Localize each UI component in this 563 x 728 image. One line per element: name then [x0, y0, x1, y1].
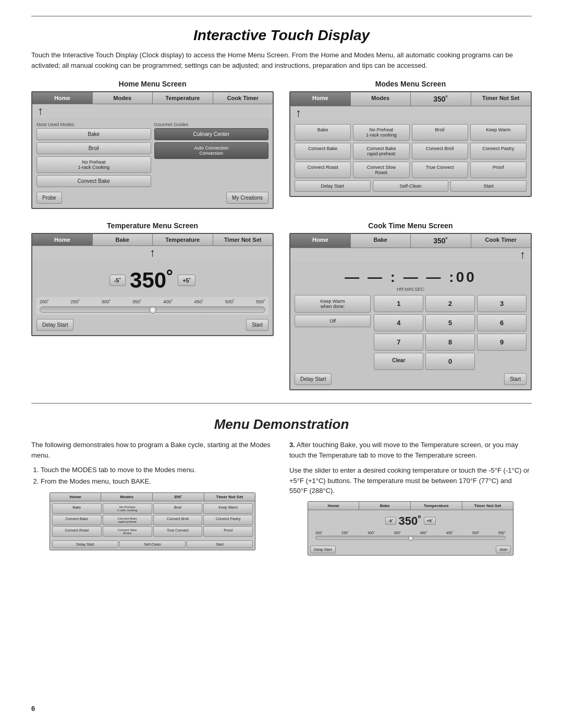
- demo-small-temp-ui: Home Bake Temperature Timer Not Set -5˚ …: [308, 501, 513, 556]
- cook-time-ui: Home Bake 350˚ Cook Timer ↑ — — : — — :0…: [289, 233, 532, 390]
- demo-sm-convectroast: Convect Roast: [52, 526, 102, 537]
- modes-menu-ui: Home Modes 350˚ Timer Not Set ↑ Bake No …: [289, 91, 532, 197]
- temp-tab-temperature[interactable]: Temperature: [153, 234, 213, 245]
- cooktime-tab-home[interactable]: Home: [290, 234, 351, 248]
- demo-small-modes-grid: Bake No Preheat1-rack cooking Broil Keep…: [50, 501, 255, 539]
- demo-sm-temp-home: Home: [308, 502, 360, 510]
- modes-bake-btn[interactable]: Bake: [295, 124, 351, 141]
- numpad-4[interactable]: 4: [374, 314, 423, 331]
- demo-title: Menu Demonstration: [31, 416, 532, 433]
- page-description: Touch the Interactive Touch Display (Clo…: [31, 50, 532, 70]
- demo-sm-proof: Proof: [203, 526, 253, 537]
- cooktime-delay-start-btn[interactable]: Delay Start: [295, 373, 332, 385]
- gourmet-guides-col: Gourmet Guides Culinary Center Auto Conv…: [154, 122, 269, 189]
- temp-menu-label: Temperature Menu Screen: [107, 221, 198, 230]
- modes-menu-arrow: ↑: [296, 107, 301, 119]
- home-nopreheat-btn[interactable]: No Preheat1-rack Cooking: [36, 156, 151, 173]
- modes-start-btn[interactable]: Start: [450, 180, 527, 192]
- home-probe-btn[interactable]: Probe: [36, 192, 62, 204]
- home-my-creations-btn[interactable]: My Creations: [226, 192, 268, 204]
- temp-tab-home[interactable]: Home: [32, 234, 93, 245]
- modes-tab-temp[interactable]: 350˚: [411, 92, 471, 106]
- home-bake-btn[interactable]: Bake: [36, 128, 151, 140]
- temp-tab-timer[interactable]: Timer Not Set: [213, 234, 273, 245]
- most-used-label: Most Used Modes: [36, 122, 151, 127]
- hrmin-label: HR:MIN:SEC: [295, 287, 527, 292]
- numpad-clear[interactable]: Clear: [374, 353, 423, 370]
- numpad-3[interactable]: 3: [477, 295, 527, 312]
- demo-sm-slider-track: [315, 536, 506, 540]
- modes-proof-btn[interactable]: Proof: [470, 162, 527, 178]
- temp-delay-start-btn[interactable]: Delay Start: [36, 319, 74, 331]
- modes-buttons-grid: Bake No Preheat1-rack cooking Broil Keep…: [295, 124, 527, 178]
- demo-sm-keepwarm: Keep Warm: [203, 503, 253, 514]
- modes-tab-home[interactable]: Home: [290, 92, 351, 106]
- numpad-2[interactable]: 2: [425, 295, 475, 312]
- home-menu-arrow: ↑: [38, 105, 43, 117]
- modes-bottom-row: Delay Start Self-Clean Start: [295, 180, 527, 192]
- temp-slider-thumb[interactable]: [149, 306, 156, 314]
- cooktime-start-btn[interactable]: Start: [504, 373, 527, 385]
- numpad-5[interactable]: 5: [425, 314, 475, 331]
- most-used-modes-col: Most Used Modes Bake Broil No Preheat1-r…: [36, 122, 151, 189]
- numpad-1[interactable]: 1: [374, 295, 423, 312]
- demo-step3-detail: Use the slider to enter a desired cookin…: [289, 465, 532, 496]
- home-tab-bar: Home Modes Temperature Cook Timer: [32, 92, 273, 104]
- temp-start-btn[interactable]: Start: [246, 319, 268, 331]
- home-tab-temperature[interactable]: Temperature: [153, 92, 213, 104]
- home-culinary-center-btn[interactable]: Culinary Center: [154, 128, 269, 140]
- home-broil-btn[interactable]: Broil: [36, 142, 151, 154]
- home-tab-modes[interactable]: Modes: [93, 92, 153, 104]
- temp-tab-bake[interactable]: Bake: [93, 234, 153, 245]
- temp-tab-bar: Home Bake Temperature Timer Not Set: [32, 234, 273, 246]
- modes-delay-start-btn[interactable]: Delay Start: [295, 180, 371, 192]
- modes-menu-panel: Modes Menu Screen Home Modes 350˚ Timer …: [289, 80, 532, 209]
- demo-small-temp-tab-bar: Home Bake Temperature Timer Not Set: [308, 502, 513, 510]
- home-auto-convection-btn[interactable]: Auto ConvectionConversion: [154, 142, 269, 159]
- temp-labels: 200˚ 250˚ 300˚ 350˚ 400˚ 450˚ 500˚ 550˚: [40, 299, 265, 304]
- modes-trueconvect-btn[interactable]: True Convect: [412, 162, 468, 178]
- numpad-7[interactable]: 7: [374, 334, 423, 351]
- modes-keepwarm-btn[interactable]: Keep Warm: [470, 124, 527, 141]
- numpad-grid: 1 2 3 4 5 6 7 8 9 Clear 0: [374, 295, 527, 370]
- modes-tab-timer[interactable]: Timer Not Set: [471, 92, 531, 106]
- modes-rapid-btn[interactable]: Convect Bakerapid-preheat: [353, 143, 409, 159]
- modes-nopreheat-btn[interactable]: No Preheat1-rack cooking: [353, 124, 409, 141]
- cook-time-panel: Cook Time Menu Screen Home Bake 350˚ Coo…: [289, 221, 532, 390]
- modes-tab-modes[interactable]: Modes: [351, 92, 411, 106]
- modes-self-clean-btn[interactable]: Self-Clean: [373, 180, 449, 192]
- temp-slider-area: 200˚ 250˚ 300˚ 350˚ 400˚ 450˚ 500˚ 550˚: [36, 297, 268, 315]
- modes-menu-label: Modes Menu Screen: [375, 80, 446, 88]
- demo-sm-slider-thumb: [408, 536, 413, 541]
- home-convect-bake-btn[interactable]: Convect Bake: [36, 175, 151, 187]
- numpad-8[interactable]: 8: [425, 334, 475, 351]
- temp-plus-btn[interactable]: +5˚: [178, 275, 195, 286]
- modes-slowroast-btn[interactable]: Convect SlowRoast: [353, 162, 409, 178]
- off-btn[interactable]: Off: [295, 315, 371, 327]
- cooktime-tab-bake[interactable]: Bake: [351, 234, 411, 248]
- demo-sm-minus: -5˚: [385, 517, 397, 525]
- cooktime-tab-bar: Home Bake 350˚ Cook Timer: [290, 234, 531, 248]
- demo-sm-selfclean: Self-Clean: [119, 540, 186, 548]
- demo-sm-nopreheat: No Preheat1-rack cooking: [103, 503, 152, 514]
- numpad-9[interactable]: 9: [477, 334, 527, 351]
- modes-convectbake-btn[interactable]: Convect Bake: [295, 143, 351, 159]
- home-tab-home[interactable]: Home: [32, 92, 93, 104]
- home-tab-cook-timer[interactable]: Cook Timer: [213, 92, 273, 104]
- numpad-0[interactable]: 0: [425, 353, 475, 370]
- demo-sm-broil: Broil: [153, 503, 203, 514]
- keep-warm-btn[interactable]: Keep Warmwhen done:: [295, 295, 371, 313]
- numpad-6[interactable]: 6: [477, 314, 527, 331]
- numpad-left-col: Keep Warmwhen done: Off: [295, 295, 371, 327]
- gourmet-label: Gourmet Guides: [154, 122, 269, 127]
- modes-convectbroil-btn[interactable]: Convect Broil: [412, 143, 468, 159]
- modes-broil-btn[interactable]: Broil: [412, 124, 468, 141]
- modes-convectpastry-btn[interactable]: Convect Pastry: [470, 143, 527, 159]
- temp-minus-btn[interactable]: -5˚: [109, 275, 126, 286]
- temp-slider-track[interactable]: [40, 306, 265, 313]
- cooktime-tab-cooktimer[interactable]: Cook Timer: [471, 234, 531, 248]
- cooktime-tab-temp[interactable]: 350˚: [411, 234, 471, 248]
- cook-time-display: — — : — — :00: [295, 269, 527, 286]
- demo-sm-start: Start: [187, 540, 253, 548]
- modes-convectroast-btn[interactable]: Convect Roast: [295, 162, 351, 178]
